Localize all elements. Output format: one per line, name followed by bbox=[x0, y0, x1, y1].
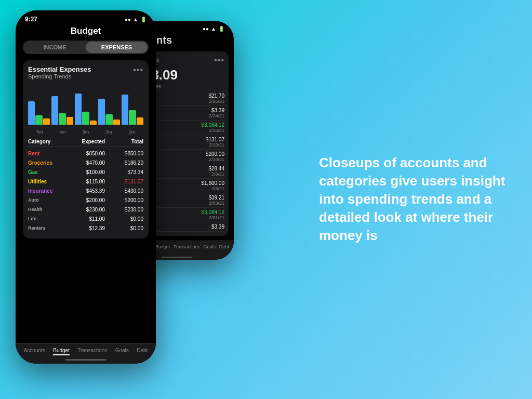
trans-amount: $3,084.12 bbox=[202, 209, 225, 215]
back-nav-budget[interactable]: Budget bbox=[155, 244, 170, 252]
trans-right: $3,084.12 2/15/21 bbox=[202, 122, 225, 133]
chart-label-2m: 2m bbox=[105, 129, 112, 135]
trans-right: $131.07 2/12/21 bbox=[206, 137, 224, 148]
trans-right: $39.21 2/03/21 bbox=[208, 195, 224, 206]
trans-date: 2/01/21 bbox=[202, 215, 225, 220]
back-status-icons: ●● ▲ 🔋 bbox=[203, 26, 224, 32]
cat-health: Health bbox=[28, 207, 66, 212]
header-expected: Expected bbox=[66, 139, 105, 144]
bar-blue-1m bbox=[122, 95, 128, 125]
table-row-life[interactable]: Life $11.00 $0.00 bbox=[28, 215, 143, 224]
bar-orange-2m bbox=[113, 119, 120, 125]
nav-debt[interactable]: Debt bbox=[137, 348, 148, 355]
trans-amount: $1,600.00 bbox=[202, 180, 225, 186]
table-row-health[interactable]: Health $230.00 $230.00 bbox=[28, 205, 143, 215]
chart-group-1m bbox=[122, 95, 143, 125]
tot-life: $0.00 bbox=[105, 216, 143, 222]
table-row-insurance[interactable]: Insurance $453.39 $430.00 bbox=[28, 187, 143, 196]
chart-label-1m: 1m bbox=[129, 129, 136, 135]
bar-green-1m bbox=[129, 110, 136, 125]
back-nav-debt[interactable]: Debt bbox=[219, 244, 229, 252]
back-nav-goals[interactable]: Goals bbox=[204, 244, 216, 252]
chart-label-4m: 4m bbox=[59, 129, 66, 135]
trans-right: $3.39 2/24/21 bbox=[209, 108, 224, 118]
nav-accounts[interactable]: Accounts bbox=[24, 348, 45, 355]
table-header: Category Expected Total bbox=[28, 139, 143, 147]
front-phone-screen: 9:27 ●●▲🔋 Budget INCOME EXPENSES E bbox=[16, 10, 156, 364]
bar-orange-1m bbox=[137, 117, 143, 125]
front-phone-content: Budget INCOME EXPENSES Essential Expense… bbox=[16, 26, 156, 243]
trans-date: 2/15/21 bbox=[202, 128, 225, 133]
cat-renters: Renters bbox=[28, 225, 66, 231]
bar-blue-4m bbox=[51, 96, 58, 125]
cat-utilities: Utilities bbox=[28, 179, 66, 184]
front-status-bar: 9:27 ●●▲🔋 bbox=[16, 10, 156, 26]
card-menu-dots[interactable]: ••• bbox=[133, 65, 143, 75]
chart-label-3m: 3m bbox=[83, 129, 89, 135]
back-home-indicator bbox=[161, 257, 192, 258]
card-title: Essential Expenses Spending Trends bbox=[28, 65, 91, 84]
spending-chart bbox=[28, 86, 143, 127]
table-row-gas[interactable]: Gas $100.00 $73.34 bbox=[28, 168, 143, 177]
chart-labels: 5m 4m 3m 2m 1m bbox=[28, 129, 143, 135]
nav-transactions[interactable]: Transactions bbox=[77, 348, 107, 355]
header-total: Total bbox=[105, 139, 143, 144]
trans-date: 2/24/21 bbox=[209, 113, 224, 118]
toggle-expenses[interactable]: EXPENSES bbox=[86, 42, 148, 53]
trans-right: $1,600.00 2/6/21 bbox=[202, 180, 225, 191]
trans-right: $3.39 bbox=[211, 224, 224, 230]
cat-groceries: Groceries bbox=[28, 160, 66, 166]
table-row-utilities[interactable]: Utilities $115.00 $131.07 bbox=[28, 177, 143, 187]
cat-gas: Gas bbox=[28, 169, 66, 175]
exp-utilities: $115.00 bbox=[66, 179, 105, 184]
cat-insurance: Insurance bbox=[28, 188, 66, 194]
bar-orange-3m bbox=[90, 121, 97, 125]
toggle-income[interactable]: INCOME bbox=[24, 42, 86, 53]
toggle-bar: INCOME EXPENSES bbox=[23, 41, 149, 54]
trans-amount: $21.70 bbox=[208, 93, 224, 99]
front-status-time: 9:27 bbox=[25, 16, 37, 23]
exp-life: $11.00 bbox=[66, 216, 105, 222]
trans-date: 2/12/21 bbox=[206, 142, 224, 148]
bar-orange-5m bbox=[43, 118, 50, 125]
tot-utilities: $131.07 bbox=[105, 179, 143, 184]
bar-blue-2m bbox=[98, 99, 105, 125]
exp-gas: $100.00 bbox=[66, 169, 105, 175]
exp-renters: $12.39 bbox=[66, 225, 105, 231]
bar-green-5m bbox=[35, 115, 42, 125]
trans-amount: $39.21 bbox=[208, 195, 224, 201]
phone-front: 9:27 ●●▲🔋 Budget INCOME EXPENSES E bbox=[16, 10, 156, 364]
tot-rent: $850.00 bbox=[105, 151, 143, 156]
chart-group-3m bbox=[75, 94, 97, 125]
nav-budget[interactable]: Budget bbox=[53, 348, 70, 355]
main-headline: Closeups of accounts and categories give… bbox=[319, 154, 516, 245]
chart-group-2m bbox=[98, 99, 120, 125]
table-row-rent[interactable]: Rent $850.00 $850.00 bbox=[28, 149, 143, 158]
card-title-text: Essential Expenses bbox=[28, 65, 91, 73]
table-row-renters[interactable]: Renters $12.39 $0.00 bbox=[28, 224, 143, 233]
trans-right: $200.00 2/10/21 bbox=[206, 151, 224, 162]
account-menu-dots[interactable]: ••• bbox=[214, 56, 224, 65]
exp-rent: $850.00 bbox=[66, 151, 105, 156]
budget-card: Essential Expenses Spending Trends ••• bbox=[23, 60, 149, 238]
trans-right: $3,084.12 2/01/21 bbox=[202, 209, 225, 220]
trans-date: 2/25/21 bbox=[208, 99, 224, 104]
trans-amount: $131.07 bbox=[206, 137, 224, 142]
table-row-groceries[interactable]: Groceries $470.00 $186.20 bbox=[28, 158, 143, 168]
card-subtitle-text: Spending Trends bbox=[28, 73, 91, 79]
trans-amount: $3.39 bbox=[211, 224, 224, 230]
exp-insurance: $453.39 bbox=[66, 188, 105, 194]
chart-group-5m bbox=[28, 101, 50, 125]
cat-life: Life bbox=[28, 216, 66, 222]
front-bottom-nav: Accounts Budget Transactions Goals Debt bbox=[16, 343, 156, 364]
front-notch bbox=[60, 12, 102, 22]
bar-green-4m bbox=[59, 113, 65, 125]
cat-auto: Auto bbox=[28, 197, 66, 203]
table-row-auto[interactable]: Auto $200.00 $200.00 bbox=[28, 196, 143, 205]
nav-goals[interactable]: Goals bbox=[115, 348, 129, 355]
card-header: Essential Expenses Spending Trends ••• bbox=[28, 65, 143, 84]
front-home-indicator bbox=[65, 359, 107, 361]
back-nav-transactions[interactable]: Transactions bbox=[174, 244, 200, 252]
text-panel: Closeups of accounts and categories give… bbox=[319, 154, 516, 245]
trans-date: 2/10/21 bbox=[206, 157, 224, 162]
